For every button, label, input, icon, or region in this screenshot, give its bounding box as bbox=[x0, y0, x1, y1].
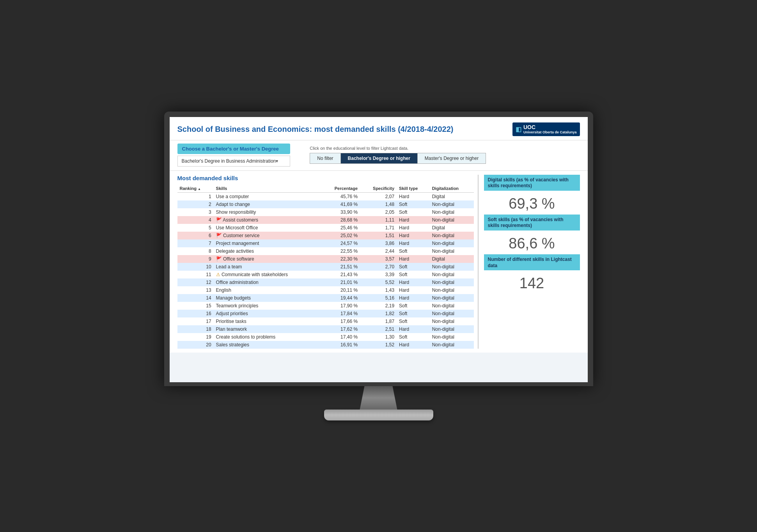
num-skills-box: Number of different skills in Lightcast … bbox=[484, 254, 580, 270]
digitalization-cell: Digital bbox=[430, 192, 474, 200]
rank-cell: 11 bbox=[177, 271, 214, 278]
rank-cell: 19 bbox=[177, 333, 214, 341]
percentage-cell: 22,30 % bbox=[321, 255, 360, 263]
col-specificity: Specificity bbox=[360, 184, 397, 193]
specificity-cell: 2,70 bbox=[360, 263, 397, 271]
filter-master[interactable]: Master's Degree or higher bbox=[417, 153, 486, 164]
page-title: School of Business and Economics: most d… bbox=[177, 125, 454, 134]
table-row: 19Create solutions to problems17,40 %1,3… bbox=[177, 333, 474, 341]
skill-cell: Plan teamwork bbox=[214, 325, 321, 333]
table-row: 17Prioritise tasks17,66 %1,87SoftNon-dig… bbox=[177, 317, 474, 325]
specificity-cell: 3,39 bbox=[360, 271, 397, 278]
percentage-cell: 21,01 % bbox=[321, 278, 360, 286]
percentage-cell: 33,90 % bbox=[321, 208, 360, 216]
percentage-cell: 28,68 % bbox=[321, 216, 360, 224]
logo-fullname: Universitat Oberta de Catalunya bbox=[523, 131, 577, 135]
rank-cell: 13 bbox=[177, 286, 214, 294]
digitalization-cell: Non-digital bbox=[430, 310, 474, 317]
table-row: 18Plan teamwork17,62 %2,51HardNon-digita… bbox=[177, 325, 474, 333]
percentage-cell: 19,44 % bbox=[321, 294, 360, 302]
specificity-cell: 1,48 bbox=[360, 200, 397, 208]
dashboard: School of Business and Economics: most d… bbox=[170, 117, 588, 353]
specificity-cell: 2,44 bbox=[360, 247, 397, 255]
digitalization-cell: Non-digital bbox=[430, 286, 474, 294]
rank-cell: 12 bbox=[177, 278, 214, 286]
col-skill-type: Skill type bbox=[397, 184, 430, 193]
monitor-wrapper: School of Business and Economics: most d… bbox=[164, 112, 593, 420]
filter-no-filter[interactable]: No filter bbox=[310, 153, 340, 164]
digitalization-cell: Non-digital bbox=[430, 271, 474, 278]
percentage-cell: 17,66 % bbox=[321, 317, 360, 325]
rank-cell: 7 bbox=[177, 239, 214, 247]
uoc-logo: ◧ UOC Universitat Oberta de Catalunya bbox=[512, 122, 580, 136]
digital-skills-value: 69,3 % bbox=[484, 192, 580, 215]
skill-type-cell: Hard bbox=[397, 286, 430, 294]
warn-icon: ⚠ bbox=[216, 272, 220, 277]
rank-cell: 18 bbox=[177, 325, 214, 333]
skill-cell: Create solutions to problems bbox=[214, 333, 321, 341]
specificity-cell: 5,52 bbox=[360, 278, 397, 286]
chevron-down-icon: ▾ bbox=[276, 158, 278, 164]
percentage-cell: 16,91 % bbox=[321, 341, 360, 349]
digitalization-cell: Digital bbox=[430, 255, 474, 263]
rank-cell: 15 bbox=[177, 302, 214, 310]
skill-cell: Project management bbox=[214, 239, 321, 247]
specificity-cell: 2,05 bbox=[360, 208, 397, 216]
skill-type-cell: Soft bbox=[397, 302, 430, 310]
skill-type-cell: Hard bbox=[397, 224, 430, 232]
rank-cell: 9 bbox=[177, 255, 214, 263]
skills-table: Ranking ▲ Skills Percentage Specificity … bbox=[177, 184, 474, 349]
degree-selected-value: Bachelor's Degree in Business Administra… bbox=[182, 158, 276, 164]
specificity-cell: 2,19 bbox=[360, 302, 397, 310]
table-row: 14Manage budgets19,44 %5,16HardNon-digit… bbox=[177, 294, 474, 302]
skill-type-cell: Hard bbox=[397, 192, 430, 200]
specificity-cell: 2,51 bbox=[360, 325, 397, 333]
skill-cell: Lead a team bbox=[214, 263, 321, 271]
table-row: 4🚩 Assist customers28,68 %1,11HardNon-di… bbox=[177, 216, 474, 224]
skill-cell: Use Microsoft Office bbox=[214, 224, 321, 232]
digitalization-cell: Non-digital bbox=[430, 317, 474, 325]
skill-type-cell: Soft bbox=[397, 310, 430, 317]
digital-skills-title: Digital skills (as % of vacancies with s… bbox=[488, 177, 576, 189]
skill-cell: Adjust priorities bbox=[214, 310, 321, 317]
header: School of Business and Economics: most d… bbox=[170, 117, 588, 140]
filter-bachelor[interactable]: Bachelor's Degree or higher bbox=[340, 153, 417, 164]
table-row: 5Use Microsoft Office25,46 %1,71HardDigi… bbox=[177, 224, 474, 232]
specificity-cell: 1,52 bbox=[360, 341, 397, 349]
rank-cell: 8 bbox=[177, 247, 214, 255]
digitalization-cell: Non-digital bbox=[430, 278, 474, 286]
skill-type-cell: Soft bbox=[397, 317, 430, 325]
percentage-cell: 21,43 % bbox=[321, 271, 360, 278]
digitalization-cell: Non-digital bbox=[430, 263, 474, 271]
percentage-cell: 22,55 % bbox=[321, 247, 360, 255]
percentage-cell: 21,51 % bbox=[321, 263, 360, 271]
left-panel: Most demanded skills Ranking ▲ Skills Pe bbox=[177, 175, 479, 349]
sort-icon: ▲ bbox=[198, 187, 201, 191]
uoc-logo-text: UOC Universitat Oberta de Catalunya bbox=[523, 124, 577, 135]
skill-type-cell: Hard bbox=[397, 232, 430, 239]
skill-cell: English bbox=[214, 286, 321, 294]
table-row: 15Teamwork principles17,90 %2,19SoftNon-… bbox=[177, 302, 474, 310]
percentage-cell: 25,02 % bbox=[321, 232, 360, 239]
section-title: Most demanded skills bbox=[177, 175, 474, 181]
col-ranking: Ranking ▲ bbox=[177, 184, 214, 193]
specificity-cell: 3,86 bbox=[360, 239, 397, 247]
table-row: 10Lead a team21,51 %2,70SoftNon-digital bbox=[177, 263, 474, 271]
digitalization-cell: Non-digital bbox=[430, 333, 474, 341]
table-row: 8Delegate activities22,55 %2,44SoftNon-d… bbox=[177, 247, 474, 255]
rank-cell: 2 bbox=[177, 200, 214, 208]
flag-icon: 🚩 bbox=[216, 217, 222, 223]
specificity-cell: 1,30 bbox=[360, 333, 397, 341]
table-row: 9🚩 Office software22,30 %3,57HardDigital bbox=[177, 255, 474, 263]
num-skills-title: Number of different skills in Lightcast … bbox=[488, 257, 576, 269]
table-row: 16Adjust priorities17,84 %1,82SoftNon-di… bbox=[177, 310, 474, 317]
col-skills: Skills bbox=[214, 184, 321, 193]
skill-type-cell: Hard bbox=[397, 255, 430, 263]
specificity-cell: 1,43 bbox=[360, 286, 397, 294]
digitalization-cell: Non-digital bbox=[430, 341, 474, 349]
degree-dropdown[interactable]: Bachelor's Degree in Business Administra… bbox=[177, 156, 291, 167]
table-row: 11⚠ Communicate with stakeholders21,43 %… bbox=[177, 271, 474, 278]
percentage-cell: 17,40 % bbox=[321, 333, 360, 341]
digitalization-cell: Non-digital bbox=[430, 302, 474, 310]
digitalization-cell: Non-digital bbox=[430, 325, 474, 333]
